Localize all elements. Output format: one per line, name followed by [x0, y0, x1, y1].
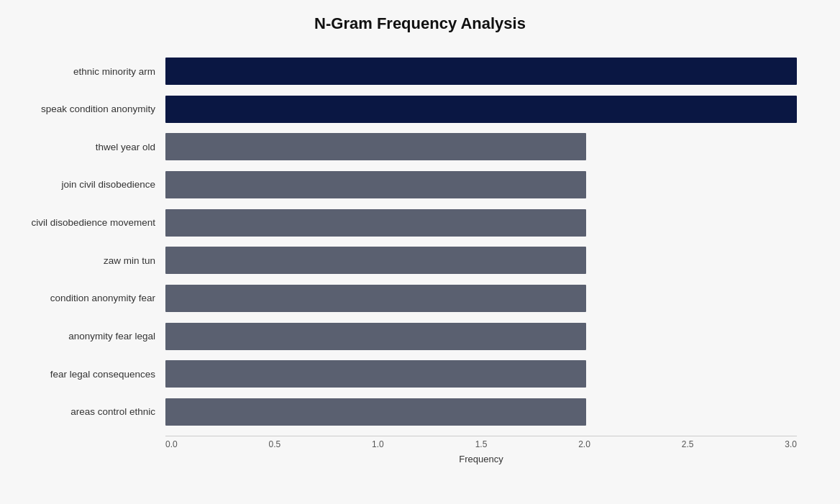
bar-fill	[165, 398, 586, 426]
bar-row: join civil disobedience	[165, 168, 797, 201]
bar-fill	[165, 209, 586, 237]
bar-fill	[165, 96, 797, 123]
bar-track	[165, 360, 797, 388]
x-tick: 0.0	[165, 439, 178, 449]
bar-row: zaw min tun	[165, 244, 797, 277]
x-tick: 2.5	[682, 439, 694, 449]
x-tick: 2.0	[578, 439, 590, 449]
bar-track	[165, 209, 797, 237]
x-tick: 1.5	[475, 439, 488, 449]
chart-area: ethnic minority armspeak condition anony…	[165, 55, 797, 457]
bar-fill	[165, 133, 586, 160]
bars-wrapper: ethnic minority armspeak condition anony…	[165, 55, 797, 429]
bar-track	[165, 96, 797, 123]
bar-track	[165, 58, 797, 85]
bar-track	[165, 323, 797, 350]
bar-label: condition anonymity fear	[7, 293, 165, 303]
bar-label: civil disobedience movement	[7, 217, 165, 228]
bar-label: zaw min tun	[7, 255, 165, 266]
bar-row: anonymity fear legal	[165, 320, 797, 353]
chart-container: N-Gram Frequency Analysis ethnic minorit…	[0, 0, 840, 504]
chart-title: N-Gram Frequency Analysis	[43, 14, 797, 33]
x-axis-ticks: 0.00.51.01.52.02.53.0	[165, 439, 797, 449]
bar-row: condition anonymity fear	[165, 282, 797, 315]
x-axis-label: Frequency	[165, 454, 797, 464]
bar-label: areas control ethnic	[7, 406, 165, 417]
bar-track	[165, 133, 797, 160]
bar-label: fear legal consequences	[7, 369, 165, 380]
bar-label: join civil disobedience	[7, 179, 165, 190]
bar-label: anonymity fear legal	[7, 331, 165, 342]
bar-row: fear legal consequences	[165, 357, 797, 390]
bar-label: ethnic minority arm	[7, 66, 165, 77]
bar-row: thwel year old	[165, 130, 797, 163]
bar-row: ethnic minority arm	[165, 55, 797, 88]
bar-track	[165, 285, 797, 312]
bar-row: speak condition anonymity	[165, 93, 797, 126]
bar-track	[165, 171, 797, 198]
bar-label: thwel year old	[7, 142, 165, 152]
bar-row: areas control ethnic	[165, 395, 797, 429]
bar-label: speak condition anonymity	[7, 104, 165, 114]
bar-fill	[165, 285, 586, 312]
bar-fill	[165, 247, 586, 274]
bar-track	[165, 247, 797, 274]
bar-fill	[165, 360, 586, 388]
x-tick: 3.0	[785, 439, 797, 449]
bar-fill	[165, 171, 586, 198]
x-axis-line	[165, 436, 797, 436]
bar-fill	[165, 58, 797, 85]
x-tick: 0.5	[269, 439, 281, 449]
x-axis: 0.00.51.01.52.02.53.0 Frequency	[165, 436, 797, 464]
bar-fill	[165, 323, 586, 350]
bar-row: civil disobedience movement	[165, 206, 797, 239]
x-tick: 1.0	[372, 439, 384, 449]
bar-track	[165, 398, 797, 426]
